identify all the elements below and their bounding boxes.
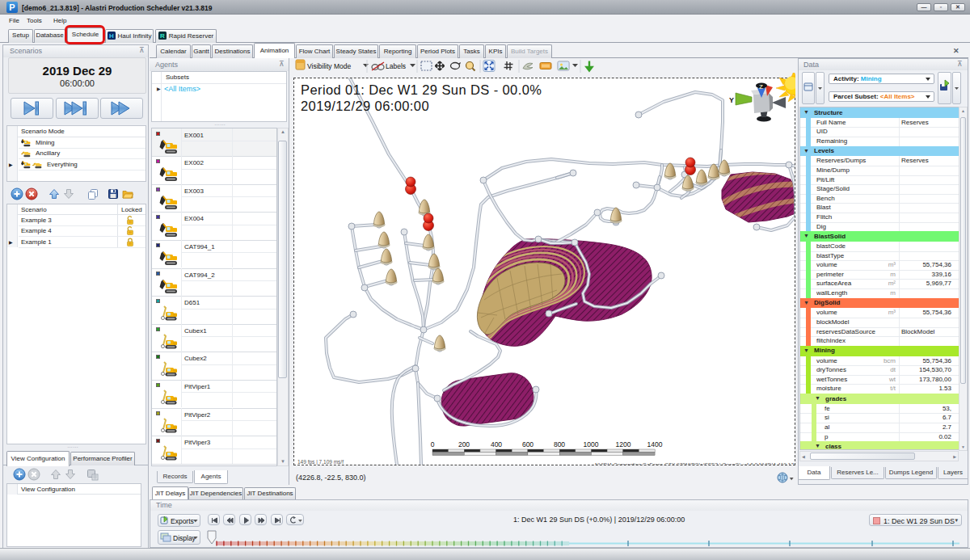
svg-text:600: 600	[522, 440, 534, 448]
svg-text:800: 800	[554, 440, 565, 448]
svg-text:400: 400	[491, 440, 502, 448]
svg-text:Visibility Mode: Visibility Mode	[307, 62, 351, 70]
svg-text:Y: Y	[729, 96, 734, 104]
svg-text:Exports: Exports	[171, 517, 194, 525]
svg-text:NVIDIA Corporation GeForce GTX: NVIDIA Corporation GeForce GTX 970M/PCIe…	[595, 462, 794, 465]
svg-text:Display: Display	[173, 534, 196, 542]
svg-text:1200: 1200	[616, 440, 631, 448]
svg-text:2019/12/29 06:00:00: 2019/12/29 06:00:00	[301, 99, 429, 113]
svg-text:H: H	[109, 32, 114, 40]
svg-text:R: R	[160, 32, 165, 40]
svg-text:200: 200	[458, 440, 470, 448]
svg-text:0: 0	[431, 440, 435, 448]
svg-text:1400: 1400	[647, 440, 663, 448]
svg-text:149 fps | 7.109 ms/f: 149 fps | 7.109 ms/f	[297, 459, 344, 465]
svg-text:Z: Z	[759, 83, 763, 91]
svg-text:Period 01: Dec W1 29 Sun DS -: Period 01: Dec W1 29 Sun DS - 00.0%	[301, 82, 542, 97]
svg-text:Labels: Labels	[386, 62, 406, 70]
svg-text:1000: 1000	[584, 440, 599, 448]
